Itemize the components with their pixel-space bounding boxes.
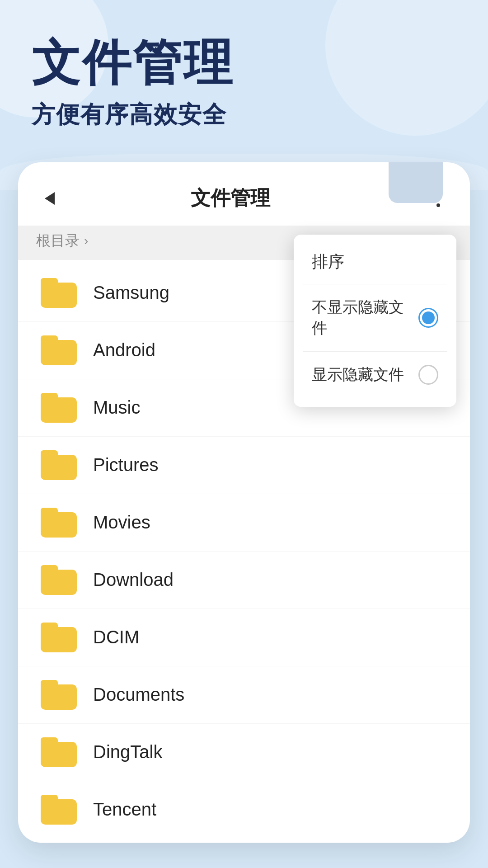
folder-body xyxy=(41,512,77,538)
breadcrumb-root-label: 根目录 xyxy=(36,231,80,251)
folder-body xyxy=(41,570,77,595)
header-section: 文件管理 方便有序高效安全 xyxy=(0,0,488,149)
file-name: DCIM xyxy=(93,627,139,647)
file-name: Pictures xyxy=(93,455,159,475)
corner-fold-decoration xyxy=(389,162,443,203)
dropdown-item-show-hidden[interactable]: 显示隐藏文件 xyxy=(294,352,456,398)
list-item[interactable]: DCIM xyxy=(18,609,470,666)
file-name: Download xyxy=(93,570,174,590)
folder-body xyxy=(41,627,77,652)
folder-icon xyxy=(41,795,77,825)
folder-body xyxy=(41,684,77,710)
folder-icon xyxy=(41,565,77,595)
folder-body xyxy=(41,340,77,365)
file-name: Android xyxy=(93,340,155,360)
folder-icon xyxy=(41,623,77,652)
appbar-title: 文件管理 xyxy=(36,185,425,212)
folder-body xyxy=(41,397,77,423)
folder-body xyxy=(41,283,77,308)
phone-mockup: 文件管理 根目录 › 排序 不显示隐藏文件 显示隐藏文件 xyxy=(18,162,470,843)
app-main-title: 文件管理 xyxy=(32,36,456,90)
folder-icon xyxy=(41,393,77,423)
radio-hide-hidden[interactable] xyxy=(418,308,438,328)
dropdown-item-label-2: 显示隐藏文件 xyxy=(312,364,404,385)
file-name: Documents xyxy=(93,684,184,705)
list-item[interactable]: Documents xyxy=(18,666,470,724)
list-item[interactable]: Tencent xyxy=(18,781,470,838)
file-name: Music xyxy=(93,397,140,418)
dropdown-item-label-1: 不显示隐藏文件 xyxy=(312,297,418,339)
folder-icon xyxy=(41,335,77,365)
file-name: Samsung xyxy=(93,283,169,303)
radio-inner-selected xyxy=(422,311,435,324)
folder-body xyxy=(41,799,77,825)
folder-icon xyxy=(41,508,77,538)
radio-show-hidden[interactable] xyxy=(418,365,438,385)
more-dot-3 xyxy=(436,203,440,207)
list-item[interactable]: DingTalk xyxy=(18,724,470,781)
dropdown-menu: 排序 不显示隐藏文件 显示隐藏文件 xyxy=(294,235,456,407)
folder-icon xyxy=(41,737,77,767)
file-name: Movies xyxy=(93,512,150,533)
list-item[interactable]: Download xyxy=(18,552,470,609)
folder-icon xyxy=(41,450,77,480)
dropdown-section-title: 排序 xyxy=(294,244,456,284)
folder-body xyxy=(41,742,77,767)
dropdown-item-hide-hidden[interactable]: 不显示隐藏文件 xyxy=(294,284,456,351)
breadcrumb-arrow: › xyxy=(84,234,88,248)
folder-icon xyxy=(41,278,77,308)
folder-body xyxy=(41,455,77,480)
app-subtitle: 方便有序高效安全 xyxy=(32,99,456,131)
file-name: DingTalk xyxy=(93,742,162,762)
list-item[interactable]: Movies xyxy=(18,494,470,552)
list-item[interactable]: Pictures xyxy=(18,437,470,494)
file-name: Tencent xyxy=(93,799,156,820)
folder-icon xyxy=(41,680,77,710)
